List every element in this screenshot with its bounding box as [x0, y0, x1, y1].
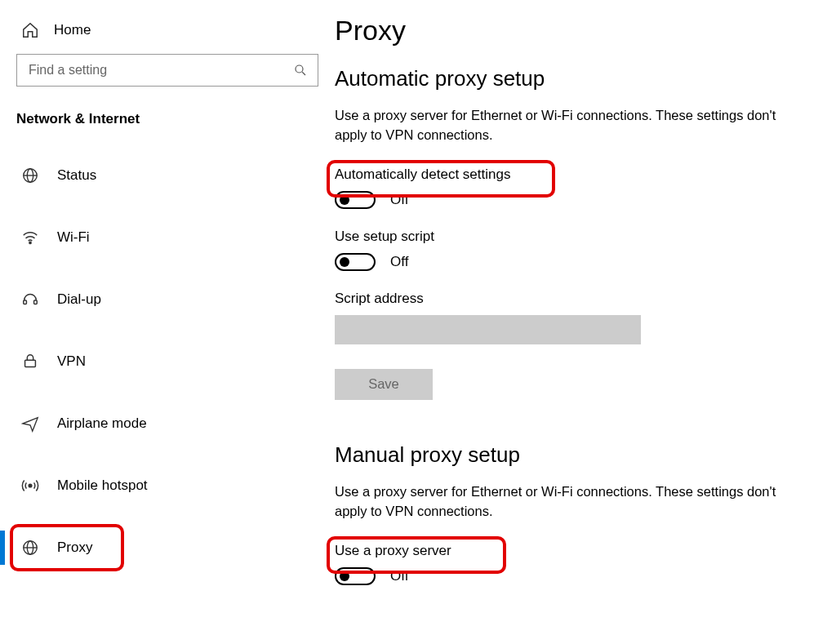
manual-section-heading: Manual proxy setup — [335, 442, 828, 468]
sidebar-item-vpn[interactable]: VPN — [16, 343, 318, 380]
wifi-icon — [21, 229, 39, 246]
svg-point-0 — [296, 65, 303, 73]
globe-icon — [21, 167, 39, 184]
sidebar-item-label: Wi-Fi — [57, 229, 90, 246]
category-title: Network & Internet — [16, 111, 335, 127]
sidebar-item-hotspot[interactable]: Mobile hotspot — [16, 467, 318, 504]
sidebar-item-label: Status — [57, 167, 96, 184]
manual-section-description: Use a proxy server for Ethernet or Wi-Fi… — [335, 482, 792, 522]
sidebar: Home Network & Internet Status Wi-Fi — [0, 0, 335, 644]
svg-rect-7 — [34, 300, 38, 304]
use-script-toggle[interactable] — [335, 253, 376, 271]
sidebar-item-airplane[interactable]: Airplane mode — [16, 405, 318, 442]
svg-line-1 — [302, 72, 305, 75]
auto-detect-toggle[interactable] — [335, 191, 376, 209]
auto-section-heading: Automatic proxy setup — [335, 66, 828, 91]
use-proxy-toggle[interactable] — [335, 567, 376, 585]
airplane-icon — [21, 415, 39, 433]
search-icon — [293, 63, 308, 78]
use-script-state: Off — [390, 254, 408, 270]
sidebar-item-wifi[interactable]: Wi-Fi — [16, 219, 318, 256]
sidebar-item-label: Dial-up — [57, 291, 101, 308]
sidebar-item-label: Proxy — [57, 540, 92, 556]
main-content: Proxy Automatic proxy setup Use a proxy … — [335, 0, 836, 644]
sidebar-item-label: Airplane mode — [57, 415, 147, 432]
svg-rect-8 — [25, 360, 36, 366]
use-script-label: Use setup script — [335, 229, 828, 245]
sidebar-item-label: VPN — [57, 353, 86, 370]
svg-point-9 — [29, 484, 32, 487]
sidebar-item-label: Mobile hotspot — [57, 477, 148, 494]
proxy-icon — [21, 539, 39, 557]
home-nav[interactable]: Home — [16, 16, 335, 54]
sidebar-item-dialup[interactable]: Dial-up — [16, 281, 318, 318]
sidebar-item-status[interactable]: Status — [16, 157, 318, 194]
home-icon — [21, 21, 39, 39]
vpn-icon — [21, 353, 39, 371]
auto-detect-block: Automatically detect settings Off — [335, 167, 510, 209]
script-address-label: Script address — [335, 291, 828, 307]
home-label: Home — [54, 22, 91, 38]
use-proxy-label: Use a proxy server — [335, 543, 451, 559]
script-address-input[interactable] — [335, 315, 641, 344]
auto-detect-label: Automatically detect settings — [335, 167, 510, 183]
dialup-icon — [21, 291, 39, 309]
use-proxy-state: Off — [390, 568, 408, 584]
hotspot-icon — [21, 477, 39, 495]
auto-detect-state: Off — [390, 192, 408, 208]
svg-rect-6 — [24, 300, 27, 304]
svg-point-5 — [29, 242, 31, 243]
use-proxy-block: Use a proxy server Off — [335, 543, 451, 585]
page-title: Proxy — [335, 15, 828, 47]
auto-section-description: Use a proxy server for Ethernet or Wi-Fi… — [335, 106, 792, 145]
save-button[interactable]: Save — [335, 369, 433, 400]
search-input[interactable] — [27, 62, 293, 78]
sidebar-item-proxy[interactable]: Proxy — [16, 529, 318, 566]
search-box[interactable] — [16, 54, 318, 87]
